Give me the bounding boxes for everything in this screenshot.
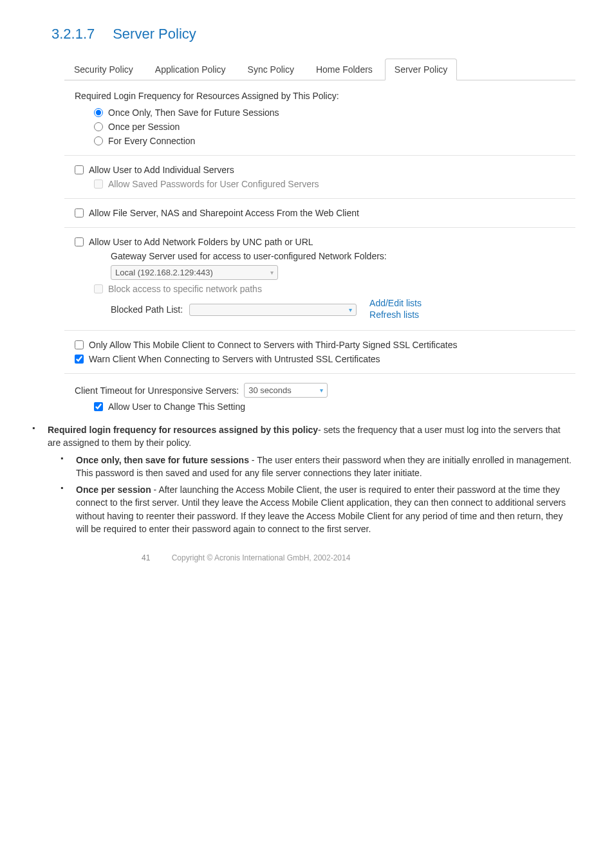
chevron-down-icon: ▾ <box>270 269 274 276</box>
chevron-down-icon: ▾ <box>320 387 323 394</box>
checkbox-only-third-party-ssl-label: Only Allow This Mobile Client to Connect… <box>89 340 457 350</box>
desc-once-per-session: Once per session - After launching the A… <box>76 483 575 535</box>
checkbox-warn-untrusted-ssl-label: Warn Client When Connecting to Servers w… <box>89 354 380 364</box>
checkbox-allow-saved-passwords <box>94 180 103 189</box>
checkbox-allow-unc-network-folders-label: Allow User to Add Network Folders by UNC… <box>89 237 313 247</box>
client-timeout-value: 30 seconds <box>248 385 292 395</box>
radio-once-only[interactable] <box>94 108 103 117</box>
section-number: 3.2.1.7 <box>51 26 95 42</box>
desc-once-only: Once only, then save for future sessions… <box>76 454 575 480</box>
checkbox-warn-untrusted-ssl[interactable] <box>75 355 84 364</box>
page-number: 41 <box>142 553 150 562</box>
tab-server-policy[interactable]: Server Policy <box>385 59 457 80</box>
checkbox-allow-change-timeout[interactable] <box>94 402 103 411</box>
checkbox-allow-file-server-nas-label: Allow File Server, NAS and Sharepoint Ac… <box>89 208 359 218</box>
gateway-server-label: Gateway Server used for access to user-c… <box>111 251 575 261</box>
bullet-icon <box>60 454 76 480</box>
radio-for-every-connection-label: For Every Connection <box>108 136 195 146</box>
gateway-server-value: Local (192.168.2.129:443) <box>115 268 213 277</box>
link-add-edit-lists[interactable]: Add/Edit lists <box>369 298 422 308</box>
page-footer: 41 Copyright © Acronis International Gmb… <box>142 553 575 562</box>
bullet-icon <box>60 483 76 535</box>
tab-application-policy[interactable]: Application Policy <box>145 59 236 80</box>
client-timeout-select[interactable]: 30 seconds ▾ <box>244 383 328 398</box>
section-title: Server Policy <box>113 26 196 42</box>
radio-once-per-session[interactable] <box>94 122 103 131</box>
copyright-text: Copyright © Acronis International GmbH, … <box>172 553 351 562</box>
checkbox-allow-add-individual-servers[interactable] <box>75 165 84 174</box>
checkbox-allow-saved-passwords-label: Allow Saved Passwords for User Configure… <box>108 179 319 189</box>
radio-for-every-connection[interactable] <box>94 136 103 145</box>
desc-required-login: Required login frequency for resources a… <box>48 423 575 450</box>
checkbox-allow-add-individual-servers-label: Allow User to Add Individual Servers <box>89 165 234 175</box>
checkbox-allow-unc-network-folders[interactable] <box>75 237 84 246</box>
radio-once-per-session-label: Once per Session <box>108 122 180 132</box>
checkbox-allow-file-server-nas[interactable] <box>75 208 84 217</box>
radio-once-only-label: Once Only, Then Save for Future Sessions <box>108 107 279 118</box>
tab-home-folders[interactable]: Home Folders <box>306 59 382 80</box>
chevron-down-icon: ▾ <box>349 306 352 313</box>
checkbox-allow-change-timeout-label: Allow User to Change This Setting <box>108 402 245 412</box>
checkbox-block-network-paths-label: Block access to specific network paths <box>108 284 262 294</box>
tab-sync-policy[interactable]: Sync Policy <box>238 59 304 80</box>
tab-security-policy[interactable]: Security Policy <box>64 59 143 80</box>
checkbox-only-third-party-ssl[interactable] <box>75 340 84 349</box>
checkbox-block-network-paths <box>94 284 103 293</box>
blocked-path-list-select[interactable]: ▾ <box>189 304 357 316</box>
gateway-server-select[interactable]: Local (192.168.2.129:443) ▾ <box>111 265 278 280</box>
blocked-path-list-label: Blocked Path List: <box>111 304 183 315</box>
bullet-icon <box>32 423 48 450</box>
link-refresh-lists[interactable]: Refresh lists <box>369 309 422 320</box>
policy-tabs: Security Policy Application Policy Sync … <box>64 58 575 80</box>
client-timeout-label: Client Timeout for Unresponsive Servers: <box>75 385 239 396</box>
required-login-frequency-label: Required Login Frequency for Resources A… <box>75 91 575 101</box>
